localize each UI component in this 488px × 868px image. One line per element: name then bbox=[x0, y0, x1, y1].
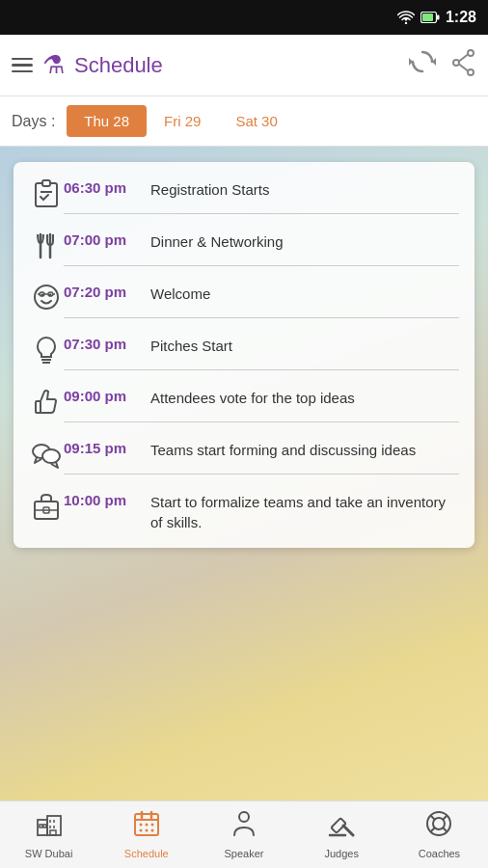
schedule-item-6: 09:15 pm Teams start forming and discuss… bbox=[14, 422, 474, 474]
item-7-body: 10:00 pm Start to formalize teams and ta… bbox=[64, 490, 459, 548]
share-icon bbox=[451, 49, 476, 76]
item-4-body: 07:30 pm Pitches Start bbox=[64, 334, 459, 369]
header: ⚗ Schedule bbox=[0, 35, 488, 96]
svg-point-57 bbox=[433, 818, 445, 829]
logo-icon: ⚗ bbox=[42, 50, 65, 80]
item-7-time: 10:00 pm bbox=[64, 490, 150, 508]
gavel-icon bbox=[328, 810, 355, 844]
svg-rect-27 bbox=[36, 401, 41, 413]
schedule-item-7: 10:00 pm Start to formalize teams and ta… bbox=[14, 475, 474, 548]
item-5-time: 09:00 pm bbox=[64, 386, 150, 404]
svg-point-6 bbox=[468, 50, 474, 56]
svg-rect-12 bbox=[42, 180, 50, 186]
svg-rect-41 bbox=[43, 825, 46, 827]
wifi-icon bbox=[397, 11, 415, 24]
refresh-button[interactable] bbox=[409, 48, 436, 82]
svg-point-0 bbox=[405, 22, 407, 24]
item-2-time: 07:00 pm bbox=[64, 230, 150, 248]
share-button[interactable] bbox=[451, 49, 476, 82]
status-icons: 1:28 bbox=[397, 9, 476, 26]
item-1-time: 06:30 pm bbox=[64, 177, 150, 196]
nav-label-schedule: Schedule bbox=[124, 848, 169, 859]
item-7-text: Start to formalize teams and take an inv… bbox=[150, 490, 459, 532]
schedule-item-3: 07:20 pm Welcome bbox=[14, 266, 474, 317]
svg-rect-39 bbox=[50, 830, 56, 835]
svg-line-61 bbox=[444, 827, 447, 831]
smiley-icon bbox=[29, 284, 64, 311]
item-2-body: 07:00 pm Dinner & Networking bbox=[64, 230, 459, 265]
svg-line-58 bbox=[431, 816, 435, 820]
svg-point-51 bbox=[150, 829, 153, 832]
schedule-item-5: 09:00 pm Attendees vote for the top idea… bbox=[14, 370, 474, 421]
fork-knife-icon bbox=[29, 231, 64, 260]
tab-fri29[interactable]: Fri 29 bbox=[147, 105, 218, 137]
nav-label-sw-dubai: SW Dubai bbox=[25, 848, 73, 859]
tab-thu28[interactable]: Thu 28 bbox=[67, 105, 147, 137]
lifering-icon bbox=[425, 810, 452, 844]
clipboard-icon bbox=[29, 179, 64, 208]
status-time: 1:28 bbox=[446, 9, 476, 26]
schedule-item-1: 06:30 pm Registration Starts bbox=[14, 162, 474, 213]
svg-line-60 bbox=[431, 827, 435, 831]
item-1-body: 06:30 pm Registration Starts bbox=[64, 177, 459, 213]
days-label: Days : bbox=[12, 113, 55, 130]
item-3-text: Welcome bbox=[150, 282, 459, 304]
svg-rect-20 bbox=[40, 292, 44, 296]
battery-icon bbox=[420, 12, 440, 23]
nav-item-speaker[interactable]: Speaker bbox=[195, 801, 292, 868]
chat-icon bbox=[29, 440, 64, 469]
nav-item-judges[interactable]: Judges bbox=[293, 801, 391, 868]
item-3-body: 07:20 pm Welcome bbox=[64, 282, 459, 317]
nav-item-coaches[interactable]: Coaches bbox=[391, 801, 488, 868]
item-4-time: 07:30 pm bbox=[64, 334, 150, 352]
item-6-time: 09:15 pm bbox=[64, 438, 150, 456]
svg-point-47 bbox=[145, 824, 148, 827]
item-1-text: Registration Starts bbox=[150, 177, 459, 200]
item-5-text: Attendees vote for the top ideas bbox=[150, 386, 459, 408]
refresh-icon bbox=[409, 48, 436, 75]
bulb-icon bbox=[29, 336, 64, 365]
svg-point-7 bbox=[468, 69, 474, 75]
svg-line-54 bbox=[343, 826, 353, 835]
svg-line-59 bbox=[444, 816, 447, 820]
svg-point-46 bbox=[139, 824, 142, 827]
svg-point-52 bbox=[239, 812, 249, 822]
svg-rect-3 bbox=[437, 15, 440, 20]
nav-item-schedule[interactable]: Schedule bbox=[97, 801, 195, 868]
schedule-item-4: 07:30 pm Pitches Start bbox=[14, 318, 474, 369]
nav-label-speaker: Speaker bbox=[225, 848, 264, 859]
svg-point-50 bbox=[145, 829, 148, 832]
status-bar: 1:28 bbox=[0, 0, 488, 35]
schedule-card: 06:30 pm Registration Starts 07:00 pm Di… bbox=[14, 162, 474, 548]
content-area: 06:30 pm Registration Starts 07:00 pm Di… bbox=[0, 147, 488, 800]
tab-sat30[interactable]: Sat 30 bbox=[218, 105, 294, 137]
menu-button[interactable] bbox=[12, 58, 33, 73]
building-icon bbox=[36, 810, 63, 844]
svg-line-10 bbox=[459, 64, 468, 70]
schedule-item-2: 07:00 pm Dinner & Networking bbox=[14, 214, 474, 265]
svg-point-49 bbox=[139, 829, 142, 832]
days-bar: Days : Thu 28 Fri 29 Sat 30 bbox=[0, 96, 488, 147]
svg-rect-2 bbox=[422, 14, 433, 21]
calendar-icon bbox=[133, 810, 160, 844]
svg-rect-21 bbox=[48, 292, 53, 296]
briefcase-icon bbox=[29, 492, 64, 521]
item-2-text: Dinner & Networking bbox=[150, 230, 459, 252]
nav-label-coaches: Coaches bbox=[419, 848, 460, 859]
nav-item-sw-dubai[interactable]: SW Dubai bbox=[0, 801, 97, 868]
item-6-body: 09:15 pm Teams start forming and discuss… bbox=[64, 438, 459, 474]
item-4-text: Pitches Start bbox=[150, 334, 459, 356]
nav-label-judges: Judges bbox=[324, 848, 358, 859]
svg-point-8 bbox=[453, 60, 459, 66]
svg-rect-40 bbox=[40, 825, 42, 827]
item-5-body: 09:00 pm Attendees vote for the top idea… bbox=[64, 386, 459, 421]
header-left: ⚗ Schedule bbox=[12, 50, 409, 80]
thumbsup-icon bbox=[29, 388, 64, 417]
app-title: Schedule bbox=[74, 53, 163, 78]
item-3-time: 07:20 pm bbox=[64, 282, 150, 300]
item-6-text: Teams start forming and discussing ideas bbox=[150, 438, 459, 460]
bottom-nav: SW Dubai Schedule bbox=[0, 800, 488, 868]
svg-point-29 bbox=[42, 449, 60, 463]
svg-point-48 bbox=[150, 824, 153, 827]
svg-line-9 bbox=[459, 54, 468, 61]
